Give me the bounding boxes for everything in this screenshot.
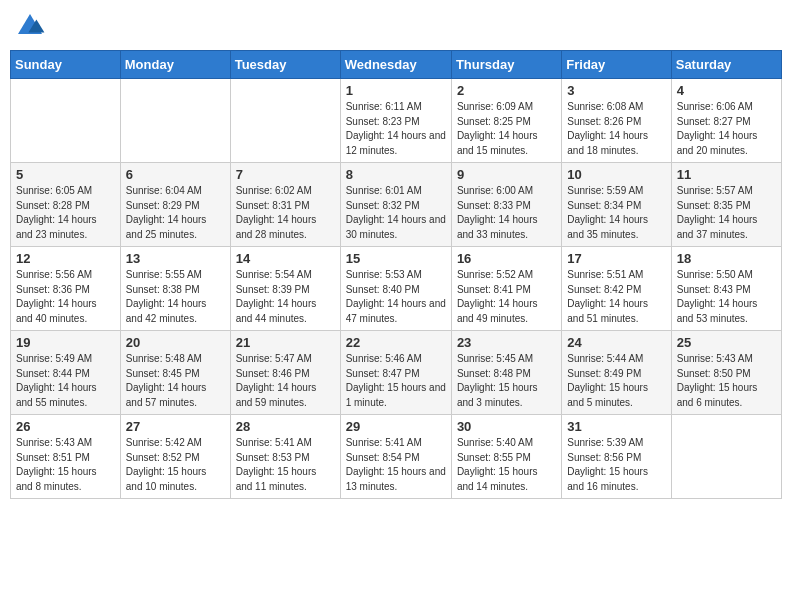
day-info: Sunrise: 5:40 AMSunset: 8:55 PMDaylight:… [457, 436, 556, 494]
day-number: 16 [457, 251, 556, 266]
day-info: Sunrise: 5:43 AMSunset: 8:51 PMDaylight:… [16, 436, 115, 494]
calendar-header-row: SundayMondayTuesdayWednesdayThursdayFrid… [11, 51, 782, 79]
calendar-cell [11, 79, 121, 163]
calendar-cell: 29Sunrise: 5:41 AMSunset: 8:54 PMDayligh… [340, 415, 451, 499]
day-info: Sunrise: 5:49 AMSunset: 8:44 PMDaylight:… [16, 352, 115, 410]
day-number: 13 [126, 251, 225, 266]
day-number: 5 [16, 167, 115, 182]
day-info: Sunrise: 6:11 AMSunset: 8:23 PMDaylight:… [346, 100, 446, 158]
day-info: Sunrise: 6:01 AMSunset: 8:32 PMDaylight:… [346, 184, 446, 242]
day-number: 17 [567, 251, 665, 266]
day-number: 21 [236, 335, 335, 350]
day-number: 19 [16, 335, 115, 350]
day-number: 18 [677, 251, 776, 266]
calendar-cell: 7Sunrise: 6:02 AMSunset: 8:31 PMDaylight… [230, 163, 340, 247]
day-number: 20 [126, 335, 225, 350]
day-number: 28 [236, 419, 335, 434]
day-info: Sunrise: 5:54 AMSunset: 8:39 PMDaylight:… [236, 268, 335, 326]
day-number: 1 [346, 83, 446, 98]
calendar-cell: 4Sunrise: 6:06 AMSunset: 8:27 PMDaylight… [671, 79, 781, 163]
day-info: Sunrise: 5:59 AMSunset: 8:34 PMDaylight:… [567, 184, 665, 242]
day-info: Sunrise: 5:50 AMSunset: 8:43 PMDaylight:… [677, 268, 776, 326]
calendar-cell: 18Sunrise: 5:50 AMSunset: 8:43 PMDayligh… [671, 247, 781, 331]
day-number: 10 [567, 167, 665, 182]
day-number: 15 [346, 251, 446, 266]
column-header-wednesday: Wednesday [340, 51, 451, 79]
column-header-tuesday: Tuesday [230, 51, 340, 79]
day-info: Sunrise: 5:56 AMSunset: 8:36 PMDaylight:… [16, 268, 115, 326]
day-number: 11 [677, 167, 776, 182]
calendar-week-row: 5Sunrise: 6:05 AMSunset: 8:28 PMDaylight… [11, 163, 782, 247]
logo-icon [14, 10, 46, 42]
day-info: Sunrise: 5:39 AMSunset: 8:56 PMDaylight:… [567, 436, 665, 494]
calendar-cell: 19Sunrise: 5:49 AMSunset: 8:44 PMDayligh… [11, 331, 121, 415]
day-info: Sunrise: 6:06 AMSunset: 8:27 PMDaylight:… [677, 100, 776, 158]
column-header-thursday: Thursday [451, 51, 561, 79]
day-info: Sunrise: 5:52 AMSunset: 8:41 PMDaylight:… [457, 268, 556, 326]
calendar-cell [671, 415, 781, 499]
day-number: 8 [346, 167, 446, 182]
calendar-week-row: 12Sunrise: 5:56 AMSunset: 8:36 PMDayligh… [11, 247, 782, 331]
day-info: Sunrise: 5:41 AMSunset: 8:53 PMDaylight:… [236, 436, 335, 494]
calendar-cell: 13Sunrise: 5:55 AMSunset: 8:38 PMDayligh… [120, 247, 230, 331]
day-number: 27 [126, 419, 225, 434]
calendar-cell: 6Sunrise: 6:04 AMSunset: 8:29 PMDaylight… [120, 163, 230, 247]
calendar-cell: 5Sunrise: 6:05 AMSunset: 8:28 PMDaylight… [11, 163, 121, 247]
column-header-monday: Monday [120, 51, 230, 79]
day-info: Sunrise: 5:45 AMSunset: 8:48 PMDaylight:… [457, 352, 556, 410]
day-info: Sunrise: 6:08 AMSunset: 8:26 PMDaylight:… [567, 100, 665, 158]
calendar-cell: 12Sunrise: 5:56 AMSunset: 8:36 PMDayligh… [11, 247, 121, 331]
calendar-cell: 27Sunrise: 5:42 AMSunset: 8:52 PMDayligh… [120, 415, 230, 499]
calendar-cell: 20Sunrise: 5:48 AMSunset: 8:45 PMDayligh… [120, 331, 230, 415]
day-info: Sunrise: 5:42 AMSunset: 8:52 PMDaylight:… [126, 436, 225, 494]
day-info: Sunrise: 5:47 AMSunset: 8:46 PMDaylight:… [236, 352, 335, 410]
calendar-cell: 25Sunrise: 5:43 AMSunset: 8:50 PMDayligh… [671, 331, 781, 415]
calendar-cell: 31Sunrise: 5:39 AMSunset: 8:56 PMDayligh… [562, 415, 671, 499]
day-info: Sunrise: 5:51 AMSunset: 8:42 PMDaylight:… [567, 268, 665, 326]
day-info: Sunrise: 6:05 AMSunset: 8:28 PMDaylight:… [16, 184, 115, 242]
calendar-table: SundayMondayTuesdayWednesdayThursdayFrid… [10, 50, 782, 499]
day-number: 25 [677, 335, 776, 350]
day-number: 12 [16, 251, 115, 266]
logo [14, 10, 50, 42]
day-number: 4 [677, 83, 776, 98]
day-number: 29 [346, 419, 446, 434]
day-info: Sunrise: 5:43 AMSunset: 8:50 PMDaylight:… [677, 352, 776, 410]
calendar-cell: 23Sunrise: 5:45 AMSunset: 8:48 PMDayligh… [451, 331, 561, 415]
calendar-week-row: 1Sunrise: 6:11 AMSunset: 8:23 PMDaylight… [11, 79, 782, 163]
calendar-week-row: 19Sunrise: 5:49 AMSunset: 8:44 PMDayligh… [11, 331, 782, 415]
calendar-cell: 28Sunrise: 5:41 AMSunset: 8:53 PMDayligh… [230, 415, 340, 499]
day-number: 14 [236, 251, 335, 266]
calendar-cell: 9Sunrise: 6:00 AMSunset: 8:33 PMDaylight… [451, 163, 561, 247]
day-number: 24 [567, 335, 665, 350]
day-info: Sunrise: 6:09 AMSunset: 8:25 PMDaylight:… [457, 100, 556, 158]
day-info: Sunrise: 5:48 AMSunset: 8:45 PMDaylight:… [126, 352, 225, 410]
day-number: 30 [457, 419, 556, 434]
day-number: 2 [457, 83, 556, 98]
calendar-cell: 21Sunrise: 5:47 AMSunset: 8:46 PMDayligh… [230, 331, 340, 415]
day-info: Sunrise: 5:55 AMSunset: 8:38 PMDaylight:… [126, 268, 225, 326]
calendar-cell: 30Sunrise: 5:40 AMSunset: 8:55 PMDayligh… [451, 415, 561, 499]
day-number: 23 [457, 335, 556, 350]
calendar-cell [230, 79, 340, 163]
calendar-week-row: 26Sunrise: 5:43 AMSunset: 8:51 PMDayligh… [11, 415, 782, 499]
day-info: Sunrise: 5:57 AMSunset: 8:35 PMDaylight:… [677, 184, 776, 242]
calendar-cell: 24Sunrise: 5:44 AMSunset: 8:49 PMDayligh… [562, 331, 671, 415]
column-header-saturday: Saturday [671, 51, 781, 79]
calendar-cell: 15Sunrise: 5:53 AMSunset: 8:40 PMDayligh… [340, 247, 451, 331]
day-info: Sunrise: 6:00 AMSunset: 8:33 PMDaylight:… [457, 184, 556, 242]
column-header-friday: Friday [562, 51, 671, 79]
calendar-cell: 8Sunrise: 6:01 AMSunset: 8:32 PMDaylight… [340, 163, 451, 247]
calendar-cell: 14Sunrise: 5:54 AMSunset: 8:39 PMDayligh… [230, 247, 340, 331]
day-number: 7 [236, 167, 335, 182]
calendar-cell: 10Sunrise: 5:59 AMSunset: 8:34 PMDayligh… [562, 163, 671, 247]
day-number: 9 [457, 167, 556, 182]
calendar-cell: 3Sunrise: 6:08 AMSunset: 8:26 PMDaylight… [562, 79, 671, 163]
calendar-cell: 11Sunrise: 5:57 AMSunset: 8:35 PMDayligh… [671, 163, 781, 247]
day-info: Sunrise: 5:46 AMSunset: 8:47 PMDaylight:… [346, 352, 446, 410]
day-info: Sunrise: 5:44 AMSunset: 8:49 PMDaylight:… [567, 352, 665, 410]
calendar-cell: 1Sunrise: 6:11 AMSunset: 8:23 PMDaylight… [340, 79, 451, 163]
day-number: 6 [126, 167, 225, 182]
day-info: Sunrise: 5:53 AMSunset: 8:40 PMDaylight:… [346, 268, 446, 326]
calendar-cell: 26Sunrise: 5:43 AMSunset: 8:51 PMDayligh… [11, 415, 121, 499]
